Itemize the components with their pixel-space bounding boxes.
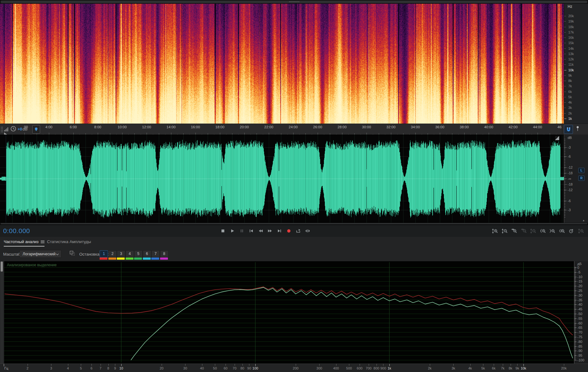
clock-icon[interactable]: [10, 126, 16, 132]
current-time-display[interactable]: 0:00.000: [3, 227, 30, 235]
ruler-time-label: 32:00: [387, 125, 396, 129]
plot-db-tick: [575, 295, 577, 296]
zoom-in-vertical-button[interactable]: [491, 227, 499, 235]
frame-hold-1[interactable]: 1: [100, 250, 108, 257]
forward-button[interactable]: [266, 227, 274, 235]
plot-x-label: 10k: [521, 366, 526, 370]
ruler-time-label: 16:00: [191, 125, 200, 129]
plot-scrollbar-thumb[interactable]: [1, 262, 3, 272]
analysis-tabs-row: Частотный анализ Статистика Амплитуды: [0, 237, 588, 248]
freq-label: 7k: [568, 84, 572, 88]
ruler-right-tools: [562, 124, 588, 135]
frame-hold-2[interactable]: 2: [108, 250, 117, 257]
plot-x-label: 90: [247, 366, 251, 370]
spectrogram-canvas[interactable]: [0, 4, 564, 124]
plot-x-tick: [255, 364, 256, 366]
frame-hold-7[interactable]: 7: [151, 250, 160, 257]
amplitude-label: -3: [568, 208, 571, 212]
skip-start-button[interactable]: [247, 227, 256, 235]
levels-icon[interactable]: [4, 127, 9, 132]
zoom-out-point-button[interactable]: [548, 227, 556, 235]
plot-db-label: -45: [577, 307, 582, 311]
frequency-axis[interactable]: Hz 20k19k18k17k16k15k14k13k12k11k10k9k8k…: [564, 4, 588, 124]
transport-bar: 0:00.000: [0, 225, 588, 237]
frame-hold-color-7: [151, 257, 159, 260]
zoom-in-horizontal-icon: [511, 229, 517, 233]
gain-value[interactable]: +0: [18, 127, 22, 131]
gain-unit: dB: [23, 127, 28, 131]
amplitude-axis[interactable]: ▲ dB-3-6-12-18-∞-18-12-6-3LR: [564, 135, 588, 223]
plot-db-label: -25: [577, 289, 582, 293]
waveform-canvas[interactable]: [0, 135, 564, 223]
freq-label: 16k: [568, 36, 574, 39]
loop-playback-button[interactable]: [294, 227, 303, 235]
zoom-out-horizontal-button[interactable]: [520, 227, 528, 235]
skip-selection-button[interactable]: [303, 227, 312, 235]
stop-button[interactable]: [219, 227, 227, 235]
corner-zoom-widget-icon[interactable]: [555, 136, 559, 140]
channel-badge-l[interactable]: L: [578, 168, 585, 173]
plot-x-label: 4k: [468, 366, 472, 370]
plot-x-tick: [349, 364, 349, 366]
analysis-controls-row: Масштаб: Логарифмический Остановка кадра…: [0, 248, 588, 261]
copy-snapshot-icon[interactable]: [70, 251, 75, 256]
time-ruler[interactable]: 2:004:006:008:0010:0012:0014:0016:0018:0…: [0, 124, 588, 135]
plot-db-tick: [575, 355, 577, 356]
zoom-in-horizontal-button[interactable]: [510, 227, 518, 235]
plot-x-tick: [383, 364, 383, 366]
plot-x-tick: [121, 364, 122, 366]
play-button[interactable]: [228, 227, 237, 235]
ruler-time-label: 10:00: [118, 125, 127, 129]
plot-db-label: -75: [577, 335, 582, 339]
zoom-in-point-button[interactable]: [539, 227, 547, 235]
axis-scroll-up-icon[interactable]: ▲: [582, 219, 585, 222]
zoom-out-vertical-button[interactable]: [501, 227, 509, 235]
freq-tick: [564, 92, 566, 92]
bottom-scroll-thumb[interactable]: [1, 223, 587, 224]
tab-amplitude-statistics[interactable]: Статистика Амплитуды: [47, 239, 91, 244]
zoom-reset-button[interactable]: [577, 227, 585, 235]
frequency-plot[interactable]: Анализированое выделение: [4, 261, 574, 364]
plot-x-label: 7: [100, 366, 101, 370]
frame-hold-color-8: [160, 257, 168, 260]
plot-x-label: 300: [316, 366, 322, 370]
frame-hold-4[interactable]: 4: [126, 250, 134, 257]
skip-selection-icon: [305, 229, 310, 233]
plot-db-tick: [575, 300, 577, 300]
pause-button[interactable]: [237, 227, 246, 235]
freq-tick: [564, 113, 566, 114]
grip-icon[interactable]: [1, 126, 3, 132]
snap-toggle-button[interactable]: [564, 125, 573, 134]
plot-x-label: 400: [333, 366, 339, 370]
plot-db-axis: дБ0-5-10-15-20-25-30-35-40-45-50-55-60-6…: [574, 261, 588, 364]
record-button[interactable]: [284, 227, 293, 235]
panel-menu-icon[interactable]: [41, 240, 44, 243]
skip-end-button[interactable]: [275, 227, 284, 235]
zoom-out-full-button[interactable]: [529, 227, 537, 235]
frame-hold-6[interactable]: 6: [143, 250, 151, 257]
marker-pin-icon[interactable]: [575, 126, 580, 132]
zoom-selection-button[interactable]: [558, 227, 566, 235]
frame-hold-5[interactable]: 5: [134, 250, 143, 257]
ruler-time-label: 28:00: [338, 125, 347, 129]
plot-x-label: 80: [240, 366, 244, 370]
plot-db-label: -55: [577, 317, 582, 320]
pin-hud-button[interactable]: [32, 125, 40, 134]
zoom-timed-button[interactable]: [567, 227, 575, 235]
plot-x-tick: [81, 364, 81, 366]
scale-dropdown[interactable]: Логарифмический: [19, 250, 61, 258]
channel-badge-r[interactable]: R: [578, 176, 585, 181]
plot-scrollbar[interactable]: [0, 261, 3, 364]
rewind-button[interactable]: [256, 227, 265, 235]
plot-x-label: 5k: [481, 366, 485, 370]
top-scroll-navigator[interactable]: [0, 0, 588, 4]
frame-hold-8[interactable]: 8: [160, 250, 169, 257]
plot-x-label: 5: [80, 366, 82, 370]
plot-db-label: -30: [577, 293, 582, 297]
frame-hold-3[interactable]: 3: [117, 250, 125, 257]
blue-pin-icon: [34, 127, 38, 132]
tab-frequency-analysis[interactable]: Частотный анализ: [4, 239, 44, 247]
frequency-plot-svg: [4, 261, 574, 364]
panel-drag-handle-icon[interactable]: [289, 1, 299, 3]
freq-label: 18k: [568, 25, 574, 29]
